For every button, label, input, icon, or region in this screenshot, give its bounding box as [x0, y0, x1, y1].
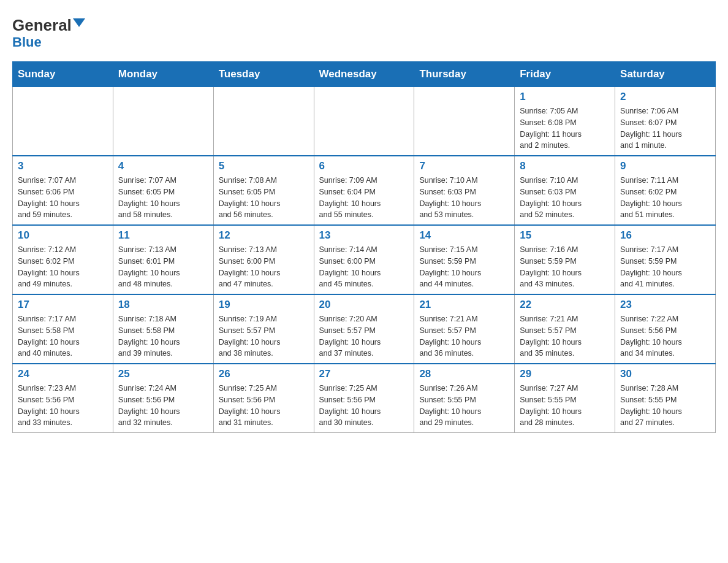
calendar-day-cell: 22Sunrise: 7:21 AM Sunset: 5:57 PM Dayli… [515, 294, 615, 364]
page-header: General Blue [12, 12, 716, 50]
logo: General Blue [12, 17, 85, 50]
day-info: Sunrise: 7:24 AM Sunset: 5:56 PM Dayligh… [118, 383, 208, 429]
day-info: Sunrise: 7:23 AM Sunset: 5:56 PM Dayligh… [18, 383, 108, 429]
logo-arrow-icon [73, 18, 85, 27]
day-header-thursday: Thursday [414, 62, 515, 87]
calendar-day-cell: 18Sunrise: 7:18 AM Sunset: 5:58 PM Dayli… [113, 294, 213, 364]
calendar-day-cell: 3Sunrise: 7:07 AM Sunset: 6:06 PM Daylig… [13, 156, 113, 225]
calendar-header-row: SundayMondayTuesdayWednesdayThursdayFrid… [13, 62, 716, 87]
day-header-tuesday: Tuesday [213, 62, 314, 87]
calendar-week-row: 17Sunrise: 7:17 AM Sunset: 5:58 PM Dayli… [13, 294, 716, 364]
day-number: 8 [520, 160, 610, 172]
day-info: Sunrise: 7:21 AM Sunset: 5:57 PM Dayligh… [419, 313, 509, 359]
day-number: 1 [520, 91, 610, 103]
day-info: Sunrise: 7:28 AM Sunset: 5:55 PM Dayligh… [620, 383, 710, 429]
day-info: Sunrise: 7:10 AM Sunset: 6:03 PM Dayligh… [520, 175, 610, 221]
calendar-day-cell: 9Sunrise: 7:11 AM Sunset: 6:02 PM Daylig… [615, 156, 716, 225]
calendar-day-cell: 29Sunrise: 7:27 AM Sunset: 5:55 PM Dayli… [515, 364, 615, 433]
day-info: Sunrise: 7:07 AM Sunset: 6:06 PM Dayligh… [18, 175, 108, 221]
calendar-day-cell: 26Sunrise: 7:25 AM Sunset: 5:56 PM Dayli… [213, 364, 314, 433]
day-info: Sunrise: 7:13 AM Sunset: 6:00 PM Dayligh… [219, 244, 309, 290]
day-number: 26 [219, 368, 309, 380]
day-info: Sunrise: 7:25 AM Sunset: 5:56 PM Dayligh… [319, 383, 409, 429]
day-number: 16 [620, 229, 710, 242]
day-number: 3 [18, 160, 108, 172]
day-number: 10 [18, 229, 108, 242]
day-info: Sunrise: 7:17 AM Sunset: 5:58 PM Dayligh… [18, 313, 108, 359]
day-number: 5 [219, 160, 309, 172]
day-info: Sunrise: 7:10 AM Sunset: 6:03 PM Dayligh… [419, 175, 509, 221]
day-number: 23 [620, 299, 710, 311]
calendar-day-cell: 7Sunrise: 7:10 AM Sunset: 6:03 PM Daylig… [414, 156, 515, 225]
calendar-day-cell: 27Sunrise: 7:25 AM Sunset: 5:56 PM Dayli… [314, 364, 414, 433]
calendar-day-cell [314, 87, 414, 156]
day-number: 29 [520, 368, 610, 380]
calendar-day-cell: 17Sunrise: 7:17 AM Sunset: 5:58 PM Dayli… [13, 294, 113, 364]
day-header-sunday: Sunday [13, 62, 113, 87]
calendar-day-cell: 6Sunrise: 7:09 AM Sunset: 6:04 PM Daylig… [314, 156, 414, 225]
calendar-day-cell: 1Sunrise: 7:05 AM Sunset: 6:08 PM Daylig… [515, 87, 615, 156]
day-info: Sunrise: 7:11 AM Sunset: 6:02 PM Dayligh… [620, 175, 710, 221]
calendar-day-cell: 23Sunrise: 7:22 AM Sunset: 5:56 PM Dayli… [615, 294, 716, 364]
day-number: 11 [118, 229, 208, 242]
day-number: 7 [419, 160, 509, 172]
day-number: 2 [620, 91, 710, 103]
day-info: Sunrise: 7:07 AM Sunset: 6:05 PM Dayligh… [118, 175, 208, 221]
calendar-day-cell: 28Sunrise: 7:26 AM Sunset: 5:55 PM Dayli… [414, 364, 515, 433]
calendar-day-cell: 11Sunrise: 7:13 AM Sunset: 6:01 PM Dayli… [113, 225, 213, 294]
day-number: 18 [118, 299, 208, 311]
calendar-week-row: 10Sunrise: 7:12 AM Sunset: 6:02 PM Dayli… [13, 225, 716, 294]
calendar-day-cell [13, 87, 113, 156]
day-info: Sunrise: 7:26 AM Sunset: 5:55 PM Dayligh… [419, 383, 509, 429]
calendar-day-cell [414, 87, 515, 156]
calendar-day-cell: 24Sunrise: 7:23 AM Sunset: 5:56 PM Dayli… [13, 364, 113, 433]
day-info: Sunrise: 7:21 AM Sunset: 5:57 PM Dayligh… [520, 313, 610, 359]
calendar-day-cell: 14Sunrise: 7:15 AM Sunset: 5:59 PM Dayli… [414, 225, 515, 294]
day-info: Sunrise: 7:13 AM Sunset: 6:01 PM Dayligh… [118, 244, 208, 290]
day-number: 24 [18, 368, 108, 380]
calendar-day-cell: 30Sunrise: 7:28 AM Sunset: 5:55 PM Dayli… [615, 364, 716, 433]
day-info: Sunrise: 7:27 AM Sunset: 5:55 PM Dayligh… [520, 383, 610, 429]
calendar-day-cell: 13Sunrise: 7:14 AM Sunset: 6:00 PM Dayli… [314, 225, 414, 294]
calendar-week-row: 24Sunrise: 7:23 AM Sunset: 5:56 PM Dayli… [13, 364, 716, 433]
calendar-day-cell: 25Sunrise: 7:24 AM Sunset: 5:56 PM Dayli… [113, 364, 213, 433]
day-info: Sunrise: 7:17 AM Sunset: 5:59 PM Dayligh… [620, 244, 710, 290]
day-number: 12 [219, 229, 309, 242]
calendar-day-cell: 21Sunrise: 7:21 AM Sunset: 5:57 PM Dayli… [414, 294, 515, 364]
day-info: Sunrise: 7:18 AM Sunset: 5:58 PM Dayligh… [118, 313, 208, 359]
calendar-table: SundayMondayTuesdayWednesdayThursdayFrid… [12, 61, 716, 433]
day-number: 30 [620, 368, 710, 380]
calendar-day-cell: 16Sunrise: 7:17 AM Sunset: 5:59 PM Dayli… [615, 225, 716, 294]
day-info: Sunrise: 7:20 AM Sunset: 5:57 PM Dayligh… [319, 313, 409, 359]
calendar-day-cell: 2Sunrise: 7:06 AM Sunset: 6:07 PM Daylig… [615, 87, 716, 156]
day-info: Sunrise: 7:08 AM Sunset: 6:05 PM Dayligh… [219, 175, 309, 221]
day-info: Sunrise: 7:19 AM Sunset: 5:57 PM Dayligh… [219, 313, 309, 359]
calendar-week-row: 3Sunrise: 7:07 AM Sunset: 6:06 PM Daylig… [13, 156, 716, 225]
calendar-day-cell: 10Sunrise: 7:12 AM Sunset: 6:02 PM Dayli… [13, 225, 113, 294]
day-header-wednesday: Wednesday [314, 62, 414, 87]
day-info: Sunrise: 7:12 AM Sunset: 6:02 PM Dayligh… [18, 244, 108, 290]
day-header-friday: Friday [515, 62, 615, 87]
day-info: Sunrise: 7:06 AM Sunset: 6:07 PM Dayligh… [620, 105, 710, 151]
calendar-day-cell: 4Sunrise: 7:07 AM Sunset: 6:05 PM Daylig… [113, 156, 213, 225]
day-number: 9 [620, 160, 710, 172]
day-number: 14 [419, 229, 509, 242]
logo-blue: Blue [12, 34, 42, 50]
day-number: 6 [319, 160, 409, 172]
day-number: 28 [419, 368, 509, 380]
day-info: Sunrise: 7:25 AM Sunset: 5:56 PM Dayligh… [219, 383, 309, 429]
calendar-day-cell [213, 87, 314, 156]
day-header-monday: Monday [113, 62, 213, 87]
day-info: Sunrise: 7:22 AM Sunset: 5:56 PM Dayligh… [620, 313, 710, 359]
day-number: 22 [520, 299, 610, 311]
day-number: 4 [118, 160, 208, 172]
day-number: 25 [118, 368, 208, 380]
day-number: 15 [520, 229, 610, 242]
day-number: 13 [319, 229, 409, 242]
calendar-day-cell: 5Sunrise: 7:08 AM Sunset: 6:05 PM Daylig… [213, 156, 314, 225]
calendar-day-cell: 19Sunrise: 7:19 AM Sunset: 5:57 PM Dayli… [213, 294, 314, 364]
day-info: Sunrise: 7:15 AM Sunset: 5:59 PM Dayligh… [419, 244, 509, 290]
day-info: Sunrise: 7:09 AM Sunset: 6:04 PM Dayligh… [319, 175, 409, 221]
day-number: 20 [319, 299, 409, 311]
calendar-day-cell [113, 87, 213, 156]
